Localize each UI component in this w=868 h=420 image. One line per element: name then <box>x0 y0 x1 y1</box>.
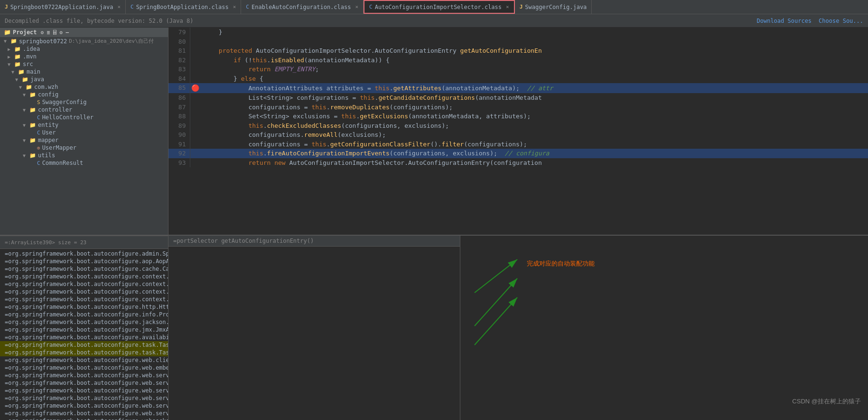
breakpoint-icon[interactable]: 🔴 <box>191 84 199 92</box>
list-item[interactable]: =org.springframework.boot.autoconfigure.… <box>0 273 168 280</box>
code-line-89: 89 this.checkExcludedClasses(configurati… <box>168 121 868 131</box>
line-content: AnnotationAttributes attributes = this.g… <box>200 83 868 93</box>
list-item[interactable]: =org.springframework.boot.autoconfigure.… <box>0 311 168 318</box>
download-sources-link[interactable]: Download Sources <box>756 18 812 24</box>
list-item[interactable]: =org.springframework.boot.autoconfigure.… <box>0 258 168 265</box>
lower-split: =portSelector getAutoConfigurationEntry(… <box>168 235 868 420</box>
tree-label: controller <box>38 106 72 113</box>
list-item[interactable]: =org.springframework.boot.autoconfigure.… <box>0 334 168 341</box>
line-gutter <box>190 65 200 74</box>
line-content: if (!this.isEnabled(annotationMetadata))… <box>200 56 868 65</box>
code-line-82: 82 if (!this.isEnabled(annotationMetadat… <box>168 56 868 65</box>
list-item[interactable]: =org.springframework.boot.autoconfigure.… <box>0 356 168 364</box>
line-number: 81 <box>168 46 190 56</box>
line-number: 79 <box>168 28 190 37</box>
tab-auto-config-selector[interactable]: C AutoConfigurationImportSelector.class … <box>364 0 515 14</box>
line-content: this.fireAutoConfigurationImportEvents(c… <box>200 149 868 158</box>
tree-entity[interactable]: ▼ 📁 entity <box>0 121 168 129</box>
debug-content[interactable]: =org.springframework.boot.autoconfigure.… <box>0 249 168 420</box>
tree-user-mapper[interactable]: ▶ ⊕ UserMapper <box>0 144 168 152</box>
list-item[interactable]: =org.springframework.boot.autoconfigure.… <box>0 341 168 349</box>
line-content: List<String> configurations = this.getCa… <box>200 93 868 103</box>
line-number: 82 <box>168 56 190 65</box>
line-number: 84 <box>168 74 190 84</box>
list-item[interactable]: =org.springframework.boot.autoconfigure.… <box>0 410 168 417</box>
tree-comwzh[interactable]: ▼ 📁 com.wzh <box>0 83 168 91</box>
list-item[interactable]: =org.springframework.boot.autoconfigure.… <box>0 349 168 356</box>
tree-user[interactable]: ▶ C User <box>0 129 168 136</box>
tree-label: config <box>38 91 58 98</box>
code-line-93: 93 return new AutoConfigurationImportSel… <box>168 158 868 168</box>
close-icon[interactable]: × <box>355 4 358 10</box>
list-item[interactable]: =org.springframework.boot.autoconfigure.… <box>0 326 168 334</box>
tree-main[interactable]: ▼ 📁 main <box>0 68 168 76</box>
tree-mvn[interactable]: ▶ 📁 .mvn <box>0 53 168 60</box>
tree-java[interactable]: ▼ 📁 java <box>0 76 168 83</box>
list-item[interactable]: =org.springframework.boot.autoconfigure.… <box>0 402 168 410</box>
list-item[interactable]: =org.springframework.boot.autoconfigure.… <box>0 394 168 402</box>
svg-line-3 <box>475 297 517 345</box>
expand-arrow: ▼ <box>19 85 25 90</box>
root-label: springboot0722 <box>19 38 67 45</box>
tree-controller[interactable]: ▼ 📁 controller <box>0 106 168 114</box>
list-item[interactable]: =org.springframework.boot.autoconfigure.… <box>0 250 168 258</box>
tab-swagger-config[interactable]: J SwaggerConfig.java <box>515 0 592 14</box>
tree-root[interactable]: ▼ 📁 springboot0722 D:\java_idea_2020\dev… <box>0 37 168 45</box>
list-item[interactable]: =org.springframework.boot.autoconfigure.… <box>0 372 168 379</box>
expand-arrow: ▼ <box>8 62 13 67</box>
info-bar-actions: Download Sources Choose Sou... <box>756 18 863 24</box>
list-item[interactable]: =org.springframework.boot.autoconfigure.… <box>0 265 168 273</box>
folder-icon: 📁 <box>29 107 36 113</box>
lower-right-panel[interactable]: 完成对应的自动装配功能 <box>460 236 868 420</box>
java-icon: J <box>520 4 523 10</box>
list-item[interactable]: =org.springframework.boot.autoconfigure.… <box>0 303 168 311</box>
expand-arrow: ▶ <box>8 47 13 52</box>
list-item[interactable]: =org.springframework.boot.autoconfigure.… <box>0 364 168 372</box>
close-icon[interactable]: × <box>233 4 236 10</box>
tree-label: HelloController <box>42 114 93 121</box>
expand-arrow: ▼ <box>23 107 28 113</box>
java-file-icon: S <box>37 99 40 105</box>
line-number: 91 <box>168 140 190 149</box>
folder-icon: 📁 <box>26 84 32 90</box>
java-icon: J <box>5 4 8 10</box>
line-content: configurations = this.removeDuplicates(c… <box>200 103 868 112</box>
tree-src[interactable]: ▼ 📁 src <box>0 60 168 68</box>
tree-hello-controller[interactable]: ▶ C HelloController <box>0 114 168 121</box>
code-editor[interactable]: 79 }8081 protected AutoConfigurationImpo… <box>168 28 868 235</box>
tree-utils[interactable]: ▼ 📁 utils <box>0 152 168 159</box>
line-content: Set<String> exclusions = this.getExclusi… <box>200 112 868 121</box>
list-item[interactable]: =org.springframework.boot.autoconfigure.… <box>0 280 168 288</box>
code-line-91: 91 configurations = this.getConfiguratio… <box>168 140 868 149</box>
tab-springboot-class[interactable]: C SpringBootApplication.class × <box>126 0 241 14</box>
line-content: configurations = this.getConfigurationCl… <box>200 140 868 149</box>
svg-line-1 <box>475 259 517 293</box>
tree-swagger-config[interactable]: ▶ S SwaggerConfig <box>0 98 168 106</box>
list-item[interactable]: =org.springframework.boot.autoconfigure.… <box>0 417 168 420</box>
line-number: 88 <box>168 112 190 121</box>
tab-springboot-app[interactable]: J Springboot0722Application.java × <box>0 0 126 14</box>
watermark: CSDN @挂在树上的猿子 <box>792 397 861 406</box>
list-item[interactable]: =org.springframework.boot.autoconfigure.… <box>0 379 168 387</box>
tab-enable-auto[interactable]: C EnableAutoConfiguration.class × <box>241 0 364 14</box>
tree-common-result[interactable]: ▶ C CommonResult <box>0 159 168 167</box>
list-item[interactable]: =org.springframework.boot.autoconfigure.… <box>0 288 168 296</box>
choose-sources-link[interactable]: Choose Sou... <box>819 18 863 24</box>
close-icon[interactable]: × <box>506 4 509 10</box>
spacer: ▶ <box>30 161 36 166</box>
java-file-icon: C <box>37 160 40 166</box>
line-number: 92 <box>168 149 190 158</box>
list-item[interactable]: =org.springframework.boot.autoconfigure.… <box>0 296 168 303</box>
svg-line-2 <box>475 278 517 326</box>
tree-config[interactable]: ▼ 📁 config <box>0 91 168 98</box>
class-icon: C <box>131 4 134 10</box>
list-item[interactable]: =org.springframework.boot.autoconfigure.… <box>0 318 168 326</box>
tree-idea[interactable]: ▶ 📁 .idea <box>0 45 168 53</box>
tree-mapper[interactable]: ▼ 📁 mapper <box>0 136 168 144</box>
sidebar-scroll[interactable]: ▼ 📁 springboot0722 D:\java_idea_2020\dev… <box>0 37 168 235</box>
line-number: 87 <box>168 103 190 112</box>
close-icon[interactable]: × <box>117 4 121 10</box>
code-line-87: 87 configurations = this.removeDuplicate… <box>168 103 868 112</box>
line-gutter <box>190 149 200 158</box>
list-item[interactable]: =org.springframework.boot.autoconfigure.… <box>0 387 168 394</box>
